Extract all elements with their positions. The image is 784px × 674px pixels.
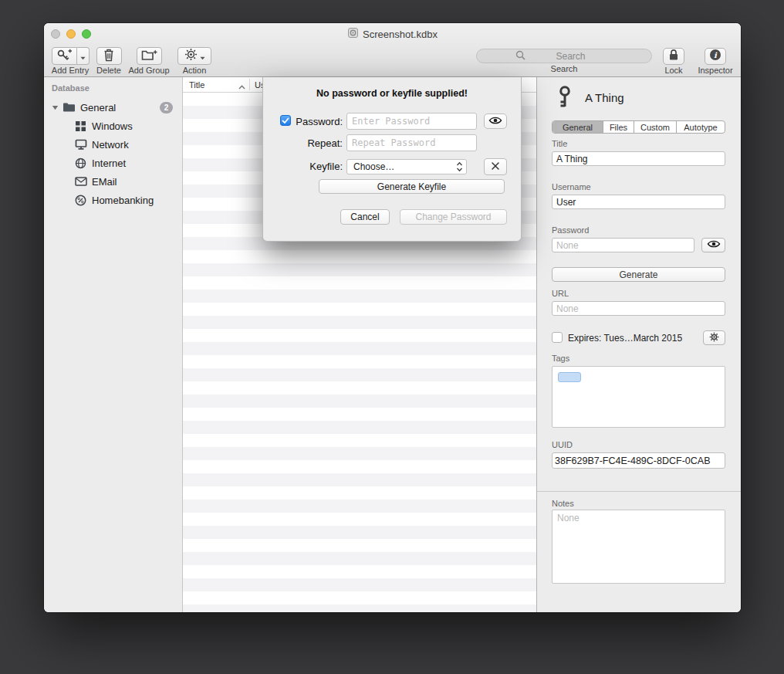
entry-title: A Thing [585, 91, 624, 104]
generate-label: Generate [619, 269, 657, 280]
dialog-password-input[interactable] [346, 113, 477, 130]
tab-general[interactable]: General [553, 121, 603, 133]
search-field[interactable] [476, 49, 652, 63]
sidebar-item-email[interactable]: EMail [44, 172, 182, 191]
lock-tool: Lock [655, 47, 692, 75]
show-password-button[interactable] [701, 238, 725, 252]
column-divider[interactable] [249, 79, 250, 90]
generate-password-button[interactable]: Generate [552, 267, 725, 282]
generate-keyfile-label: Generate Keyfile [377, 181, 446, 192]
cancel-button[interactable]: Cancel [340, 209, 390, 225]
uuid-field[interactable] [552, 452, 725, 469]
lock-label: Lock [664, 66, 682, 75]
inspector-button[interactable]: i [705, 48, 726, 65]
expires-checkbox[interactable] [552, 332, 563, 343]
tab-custom[interactable]: Custom [634, 121, 677, 133]
chevron-down-icon [80, 49, 86, 63]
document-icon [347, 27, 359, 41]
eye-icon [488, 116, 502, 127]
trash-icon [103, 48, 115, 65]
keyfile-select-value: Choose… [353, 161, 394, 172]
url-field[interactable] [552, 301, 725, 316]
dialog-repeat-input[interactable] [346, 134, 477, 151]
change-password-label: Change Password [415, 212, 491, 222]
window-header: Screenshot.kdbx [44, 23, 741, 77]
column-header-title[interactable]: Title [189, 80, 204, 90]
sidebar-item-windows[interactable]: Windows [44, 117, 182, 135]
lock-button[interactable] [663, 48, 684, 65]
add-entry-button[interactable] [52, 47, 77, 65]
delete-label: Delete [96, 66, 121, 75]
divider [537, 491, 741, 492]
delete-tool: Delete [92, 47, 126, 75]
generate-keyfile-button[interactable]: Generate Keyfile [319, 179, 505, 194]
dialog-keyfile-label: Keyfile: [263, 161, 343, 172]
add-entry-label: Add Entry [52, 66, 89, 75]
info-icon: i [709, 49, 721, 64]
add-entry-dropdown-button[interactable] [77, 47, 90, 65]
password-dialog: No password or keyfile supplied! Passwor… [262, 77, 522, 242]
sidebar-item-general[interactable]: General 2 [44, 98, 182, 117]
entry-count-badge: 2 [160, 102, 173, 113]
tags-box[interactable] [552, 366, 725, 428]
chevron-down-icon [200, 49, 205, 63]
envelope-icon [73, 177, 88, 186]
inspector-tabs: General Files Custom Autotype [552, 120, 725, 134]
search-icon [515, 49, 525, 63]
sidebar-section-header: Database [52, 83, 182, 93]
group-label: Network [92, 139, 129, 151]
tab-autotype[interactable]: Autotype [677, 121, 725, 133]
inspector-label: Inspector [698, 66, 732, 75]
delete-button[interactable] [96, 47, 122, 65]
sidebar: Database General 2 Windows [44, 77, 183, 612]
sidebar-item-internet[interactable]: Internet [44, 154, 182, 172]
folder-plus-icon [141, 49, 157, 64]
globe-icon [73, 157, 88, 169]
window-title: Screenshot.kdbx [363, 29, 438, 40]
inspector-panel: A Thing General Files Custom Autotype Ti… [536, 77, 741, 612]
change-password-button[interactable]: Change Password [400, 209, 507, 225]
inspector-tool: i Inspector [694, 47, 737, 75]
username-field[interactable] [552, 195, 725, 209]
password-field[interactable] [552, 238, 694, 252]
notes-label: Notes [552, 499, 574, 508]
group-label: Homebanking [92, 195, 154, 206]
sidebar-item-network[interactable]: Network [44, 135, 182, 154]
title-field[interactable] [552, 151, 725, 166]
search-input[interactable] [529, 51, 613, 62]
tag-chip[interactable] [558, 372, 581, 382]
username-label: Username [552, 182, 591, 191]
close-x-icon [491, 161, 500, 173]
title-area: Screenshot.kdbx [44, 23, 741, 45]
group-label: Windows [92, 120, 133, 132]
dialog-show-password-button[interactable] [484, 113, 507, 129]
action-button[interactable] [177, 47, 211, 65]
sidebar-item-homebanking[interactable]: Homebanking [44, 191, 182, 209]
toolbar: Add Entry Delete [44, 45, 741, 77]
search-tool: Search [475, 47, 654, 73]
add-group-button[interactable] [137, 47, 162, 65]
password-label: Password [552, 225, 589, 235]
lock-icon [668, 49, 679, 64]
key-plus-icon [56, 48, 73, 65]
add-entry-tool: Add Entry [49, 47, 92, 75]
disclosure-triangle-icon[interactable] [52, 105, 62, 110]
search-label: Search [551, 64, 578, 73]
monitor-icon [73, 139, 88, 150]
key-icon [555, 85, 575, 111]
expires-settings-button[interactable] [703, 330, 725, 345]
clear-keyfile-button[interactable] [484, 158, 507, 175]
titlebar[interactable]: Screenshot.kdbx [44, 23, 741, 45]
keyfile-select[interactable]: Choose… [346, 159, 467, 174]
tab-files[interactable]: Files [603, 121, 634, 133]
gear-icon [709, 332, 719, 344]
stepper-icon [456, 161, 463, 172]
app-window: Screenshot.kdbx [44, 23, 741, 612]
notes-field[interactable] [552, 510, 725, 584]
tags-label: Tags [552, 354, 569, 363]
folder-icon [62, 102, 76, 113]
group-label: General [80, 102, 116, 113]
url-label: URL [552, 289, 569, 298]
dialog-password-label: Password: [263, 116, 343, 127]
group-tree: General 2 Windows Network [44, 98, 182, 209]
